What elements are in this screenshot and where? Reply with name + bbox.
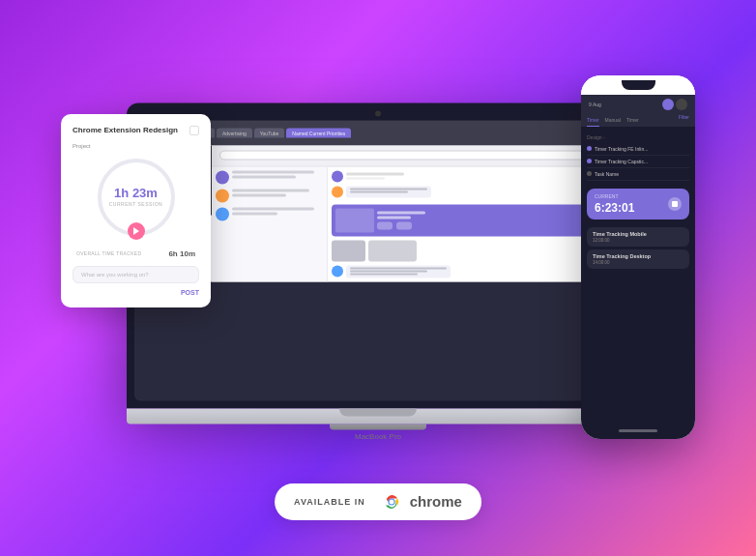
- media-actions: [377, 221, 614, 229]
- phone-recent-time-1: 12:00:00: [593, 238, 683, 243]
- phone-recent-item-2[interactable]: Time Tracking Desktop 14:00:00: [587, 249, 689, 269]
- extension-popup: Chrome Extension Redesign Project 1h 23m…: [61, 114, 211, 307]
- laptop-stand: [330, 424, 426, 429]
- laptop-base: [127, 408, 629, 424]
- ext-play-icon: [133, 227, 139, 235]
- media-card: [332, 204, 618, 236]
- media-btn-1[interactable]: [377, 221, 393, 229]
- browser-tab-priorities[interactable]: Named Current Priorities: [286, 128, 351, 137]
- chat-header-name: [346, 173, 404, 176]
- chat-item-3: [216, 207, 323, 220]
- phone-task-text-3: Task Name: [595, 171, 689, 177]
- chat-avatar-3: [216, 207, 229, 220]
- phone-date: 9 Aug: [589, 102, 601, 107]
- phone-avatar: [662, 99, 674, 110]
- phone-task-text-1: Timer Tracking FE Inlin...: [595, 146, 689, 152]
- ext-expand-icon[interactable]: [189, 126, 199, 135]
- phone-nav-tabs: Timer Manual Timer Filter: [581, 114, 695, 127]
- phone-tab-timer2[interactable]: Timer: [626, 114, 639, 127]
- phone-task-item-1[interactable]: Timer Tracking FE Inlin...: [587, 143, 689, 156]
- chat-avatar-1: [216, 170, 229, 184]
- ext-overall: OVERALL TIME TRACKED 6h 10m: [73, 249, 199, 258]
- chat-message-1: [332, 186, 618, 197]
- phone: 9 Aug Timer Manual Timer Filter Design -…: [581, 75, 695, 439]
- phone-section-label: Design -: [587, 134, 689, 140]
- ext-play-button[interactable]: [128, 222, 145, 240]
- phone-recent-item-1[interactable]: Time Tracking Mobile 12:00:00: [587, 227, 689, 247]
- phone-recent-name-1: Time Tracking Mobile: [593, 231, 683, 237]
- media-info: [377, 211, 614, 229]
- phone-top-bar: 9 Aug: [581, 95, 695, 114]
- chat-text-1: [232, 170, 323, 180]
- svg-point-2: [389, 499, 393, 504]
- chat-text-2: [232, 189, 323, 198]
- chrome-badge[interactable]: AVAILABLE IN chrome: [275, 483, 481, 520]
- phone-task-dot-3: [587, 171, 592, 176]
- chat-avatar-2: [216, 189, 229, 202]
- ext-timer-circle: 1h 23m CURRENT SESSION: [98, 159, 175, 236]
- chat-list: [212, 166, 328, 281]
- url-bar[interactable]: [219, 151, 598, 161]
- chat-header-avatar: [332, 170, 343, 182]
- phone-task-dot-1: [587, 146, 592, 151]
- ext-overall-value: 6h 10m: [168, 249, 195, 258]
- phone-recent-time-2: 14:00:00: [593, 260, 683, 265]
- ext-project: Project: [73, 143, 199, 149]
- image-previews: [332, 240, 618, 261]
- phone-timer-display: 6:23:01: [595, 201, 634, 215]
- laptop-camera: [375, 110, 381, 116]
- ext-timer-label: CURRENT SESSION: [109, 201, 162, 207]
- ext-post-button[interactable]: POST: [73, 289, 199, 296]
- msg-bubble-2: [346, 265, 451, 278]
- browser-tab-youtube[interactable]: YouTube: [254, 128, 285, 137]
- phone-active-card: CURRENT 6:23:01: [587, 189, 689, 219]
- phone-recent-items: Time Tracking Mobile 12:00:00 Time Track…: [581, 223, 695, 276]
- chat-header-status: [346, 178, 385, 180]
- phone-task-dot-2: [587, 159, 592, 163]
- browser-tab-advertising[interactable]: Advertising: [217, 128, 252, 137]
- img-preview-2: [368, 240, 417, 261]
- laptop-label: MacBook Pro: [127, 431, 629, 440]
- phone-stop-icon: [672, 201, 678, 207]
- laptop-notch: [339, 408, 417, 416]
- msg-avatar-1: [332, 186, 343, 197]
- app-content-area: [212, 166, 622, 281]
- chat-item-2: [216, 189, 323, 202]
- ext-timer-value: 1h 23m: [114, 187, 158, 199]
- ext-title: Chrome Extension Redesign: [73, 126, 178, 134]
- chat-main: [328, 166, 622, 281]
- phone-recent-name-2: Time Tracking Desktop: [593, 253, 683, 259]
- app-main-content: [212, 145, 622, 281]
- phone-task-item-3[interactable]: Task Name: [587, 168, 689, 181]
- phone-task-list: Design - Timer Tracking FE Inlin... Time…: [581, 127, 695, 185]
- phone-bottom-bar: [581, 424, 695, 439]
- phone-active-label: CURRENT: [595, 193, 634, 199]
- msg-avatar-2: [332, 265, 343, 277]
- scene-container: Marketing Advertising YouTube Named Curr…: [20, 17, 736, 540]
- badge-chrome-text: chrome: [410, 493, 462, 510]
- phone-filter-button[interactable]: Filter: [679, 114, 689, 127]
- ext-header: Chrome Extension Redesign: [73, 126, 199, 135]
- phone-stop-button[interactable]: [668, 197, 682, 211]
- img-preview-1: [332, 240, 365, 261]
- media-thumbnail: [335, 208, 374, 232]
- phone-menu-icon[interactable]: [676, 99, 687, 110]
- msg-bubble-1: [346, 186, 431, 197]
- phone-tab-manual[interactable]: Manual: [605, 114, 621, 127]
- phone-task-item-2[interactable]: Timer Tracking Capstic...: [587, 156, 689, 168]
- ext-input[interactable]: What are you working on?: [73, 266, 199, 283]
- chat-text-3: [232, 207, 323, 217]
- chat-item-1: [216, 170, 323, 184]
- phone-header-actions: [662, 99, 687, 110]
- media-btn-2[interactable]: [396, 221, 412, 229]
- phone-notch: [622, 80, 655, 90]
- app-top-bar: [212, 145, 622, 166]
- browser-tabs: Marketing Advertising YouTube Named Curr…: [182, 128, 587, 137]
- phone-home-indicator[interactable]: [619, 429, 657, 432]
- phone-task-text-2: Timer Tracking Capstic...: [595, 159, 689, 164]
- badge-available-text: AVAILABLE IN: [294, 497, 365, 507]
- phone-notch-bar: [581, 75, 695, 95]
- chat-header-info: [346, 173, 618, 180]
- phone-screen: 9 Aug Timer Manual Timer Filter Design -…: [581, 95, 695, 424]
- phone-tab-timer[interactable]: Timer: [587, 114, 599, 127]
